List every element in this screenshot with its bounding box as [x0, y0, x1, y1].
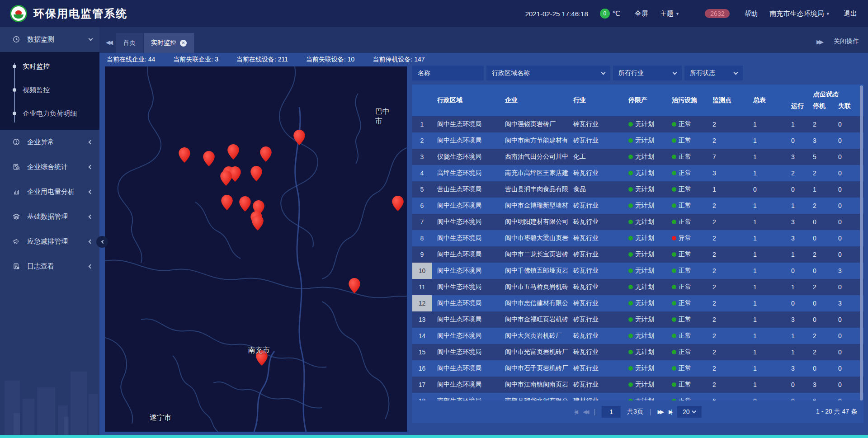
app-logo-icon [10, 5, 27, 22]
col-stop: 停机 [809, 102, 835, 110]
first-page-icon[interactable]: |◀ [575, 409, 576, 415]
map-panel[interactable]: 巴中市南充市遂宁市 [105, 66, 407, 432]
chevron-left-icon [89, 240, 93, 244]
chevron-down-icon [601, 70, 606, 75]
notification-count-badge: 2632 [705, 9, 730, 18]
sidebar-subitem[interactable]: 实时监控 [0, 55, 99, 78]
app-header: 环保用电监管系统 2021-02-25 17:46:18 0 ℃ 全屏 主题 ▾… [0, 0, 868, 27]
header-right: 2021-02-25 17:46:18 0 ℃ 全屏 主题 ▾ 2632 [525, 9, 868, 19]
sidebar-item[interactable]: 应急减排管理 [0, 229, 99, 254]
sidebar-subitem[interactable]: 视频监控 [0, 78, 99, 102]
table-row[interactable]: 9 阆中生态环境局 阆中市二龙长宝页岩砖 砖瓦行业 无计划 正常 2 1 1 2… [412, 246, 863, 263]
sidebar-decoration [0, 349, 99, 435]
table-header: 行政区域 企业 行业 停限产 治污设施 监测点 总表 点位状态 运行 停机 失联 [412, 85, 863, 116]
sidebar-item[interactable]: 基础数据管理 [0, 204, 99, 229]
tab[interactable]: 实时监控 ✕ [144, 33, 194, 53]
sidebar-subitem[interactable]: 企业电力负荷明细 [0, 102, 99, 125]
app: 环保用电监管系统 2021-02-25 17:46:18 0 ℃ 全屏 主题 ▾… [0, 0, 868, 438]
table-row[interactable]: 15 阆中生态环境局 阆中市光富页岩机砖厂 砖瓦行业 无计划 正常 2 1 1 … [412, 344, 863, 360]
sidebar-item[interactable]: 日志查看 [0, 254, 99, 279]
tabs-scroll-right-icon[interactable]: ▶▶ [816, 38, 822, 45]
chevron-down-icon [734, 70, 738, 75]
fullscreen-button[interactable]: 全屏 [632, 9, 648, 18]
sidebar-item[interactable]: 企业异常 [0, 130, 99, 155]
chevron-left-icon [89, 165, 93, 170]
caret-down-icon: ▾ [826, 11, 829, 17]
theme-dropdown[interactable]: 主题 ▾ [660, 9, 679, 18]
col-facility: 治污设施 [668, 85, 709, 116]
page-number-input[interactable]: 1 [602, 406, 621, 418]
table-row[interactable]: 1 阆中生态环境局 阆中强锐页岩砖厂 砖瓦行业 无计划 正常 2 1 1 2 0 [412, 116, 863, 132]
megaphone-icon [13, 238, 21, 246]
total-pages-label: 共3页 [627, 408, 643, 416]
sidebar-item[interactable]: 企业用电量分析 [0, 179, 99, 204]
table-scrollbar[interactable] [860, 85, 863, 400]
sidebar-menu: 数据监测 实时监控 视频监控 企业电力负荷明细 企业异常 企业综合统计 企业用电… [0, 27, 99, 279]
stat-item: 当前失联设备: 10 [306, 56, 354, 64]
temperature: 0 ℃ [600, 9, 620, 19]
tab[interactable]: 首页 [116, 33, 143, 53]
industry-select[interactable]: 所有行业 [613, 66, 682, 80]
chevron-left-icon [89, 264, 93, 269]
next-page-icon[interactable]: ▶▶ [658, 409, 662, 415]
sidebar-submenu: 实时监控 视频监控 企业电力负荷明细 [0, 52, 99, 130]
stats-icon [13, 163, 21, 171]
map-city-label: 遂宁市 [150, 413, 171, 423]
col-points: 监测点 [709, 85, 750, 116]
stat-item: 当前在线设备: 211 [236, 56, 288, 64]
enterprise-table: 行政区域 企业 行业 停限产 治污设施 监测点 总表 点位状态 运行 停机 失联… [412, 85, 863, 423]
sidebar: 数据监测 实时监控 视频监控 企业电力负荷明细 企业异常 企业综合统计 企业用电… [0, 27, 99, 435]
temperature-badge: 0 [600, 9, 610, 19]
table-row[interactable]: 10 阆中生态环境局 阆中千佛镇五郎垭页岩 砖瓦行业 无计划 正常 2 1 0 … [412, 263, 863, 279]
table-row[interactable]: 14 阆中生态环境局 阆中大兴页岩机砖厂 砖瓦行业 无计划 正常 2 1 1 2… [412, 328, 863, 344]
prev-page-icon[interactable]: ◀◀ [583, 409, 587, 415]
tab-close-icon[interactable]: ✕ [180, 40, 187, 47]
status-select[interactable]: 所有状态 [684, 66, 743, 80]
table-row[interactable]: 6 阆中生态环境局 阆中市金博瑞新型墙材 砖瓦行业 无计划 正常 2 1 1 2… [412, 198, 863, 214]
logout-button[interactable]: 退出 [841, 9, 857, 18]
table-row[interactable]: 8 阆中生态环境局 阆中市枣碧大梁山页岩 砖瓦行业 无计划 异常 2 1 3 0… [412, 230, 863, 246]
table-row[interactable]: 5 营山生态环境局 营山县润丰肉食品有限 食品 无计划 正常 1 0 0 1 0 [412, 181, 863, 198]
tabs-container: 首页 实时监控 ✕ [116, 33, 195, 53]
help-button[interactable]: 帮助 [741, 9, 758, 18]
last-page-icon[interactable]: ▶| [669, 409, 670, 415]
notifications[interactable]: 2632 [702, 9, 730, 18]
close-operations-dropdown[interactable]: 关闭操作 [834, 38, 859, 46]
page-size-select[interactable]: 20 [677, 406, 701, 418]
sidebar-item[interactable]: 企业综合统计 [0, 155, 99, 179]
table-row[interactable]: 3 仪陇生态环境局 西南油气田分公司川中 化工 无计划 正常 7 1 3 5 0 [412, 149, 863, 165]
table-row[interactable]: 17 阆中生态环境局 阆中市江南镇阆南页岩 砖瓦行业 无计划 正常 2 1 0 … [412, 377, 863, 393]
chevron-left-icon [89, 190, 93, 194]
tab-bar: ◀◀ 首页 实时监控 ✕ ▶▶ 关闭操作 [99, 27, 868, 53]
caret-down-icon: ▾ [676, 11, 679, 17]
col-limit: 停限产 [625, 85, 668, 116]
table-row[interactable]: 13 阆中生态环境局 阆中市金福旺页岩机砖 砖瓦行业 无计划 正常 2 1 3 … [412, 311, 863, 328]
col-industry: 行业 [570, 85, 625, 116]
sidebar-item[interactable]: 数据监测 [0, 27, 99, 52]
stat-item: 当前失联企业: 3 [173, 56, 218, 64]
chevron-left-icon [89, 215, 93, 219]
table-row[interactable]: 18 南部生态环境局 南部县砌华水泥有限公 建材行业 无计划 正常 6 0 0 … [412, 393, 863, 400]
monitor-icon [13, 36, 21, 44]
stat-item: 当前停机设备: 147 [373, 56, 425, 64]
chevron-left-icon [89, 140, 93, 145]
col-lost: 失联 [835, 102, 863, 110]
map-city-label: 南充市 [248, 345, 270, 355]
table-row[interactable]: 11 阆中生态环境局 阆中市五马桥页岩机砖 砖瓦行业 无计划 正常 2 1 1 … [412, 279, 863, 295]
table-row[interactable]: 12 阆中生态环境局 阆中市忠信建材有限公 砖瓦行业 无计划 正常 2 1 0 … [412, 295, 863, 311]
tabs-scroll-left-icon[interactable]: ◀◀ [106, 39, 111, 46]
name-search-input[interactable]: 名称 [412, 66, 484, 80]
stat-item: 当前在线企业: 44 [107, 56, 155, 64]
table-row[interactable]: 16 阆中生态环境局 阆中市石子页岩机砖厂 砖瓦行业 无计划 正常 2 1 3 … [412, 360, 863, 377]
table-row[interactable]: 4 高坪生态环境局 南充市高坪区王家店建 砖瓦行业 无计划 正常 3 1 2 2… [412, 165, 863, 181]
table-row[interactable]: 7 阆中生态环境局 阆中明阳建材有限公司 砖瓦行业 无计划 正常 2 1 3 0… [412, 214, 863, 230]
col-company: 企业 [500, 85, 570, 116]
map-collapse-button[interactable] [96, 236, 108, 248]
org-dropdown[interactable]: 南充市生态环境局 ▾ [769, 9, 829, 18]
filter-row: 名称 行政区域名称 所有行业 所有状态 [412, 66, 745, 80]
region-select[interactable]: 行政区域名称 [486, 66, 610, 80]
col-meters: 总表 [750, 85, 788, 116]
table-row[interactable]: 2 阆中生态环境局 阆中市南方节能建材有 砖瓦行业 无计划 正常 2 1 0 3… [412, 132, 863, 149]
table-body: 1 阆中生态环境局 阆中强锐页岩砖厂 砖瓦行业 无计划 正常 2 1 1 2 0… [412, 116, 863, 400]
chart-icon [13, 188, 21, 196]
